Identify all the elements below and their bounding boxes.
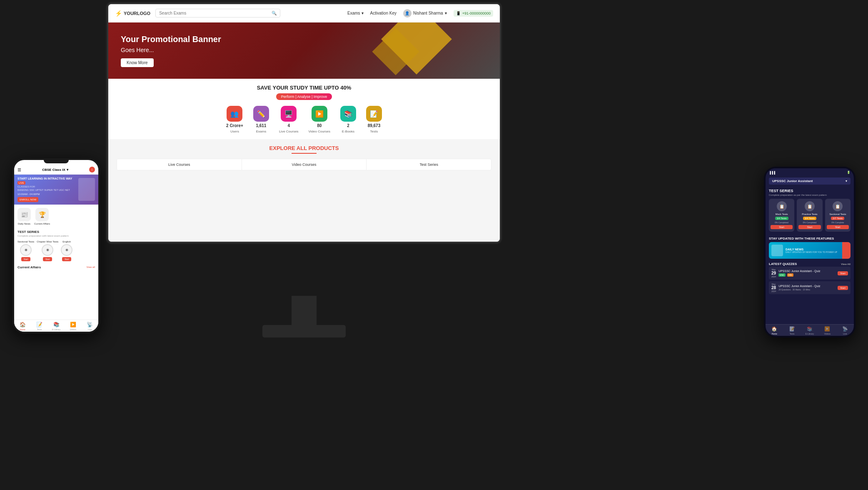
sectional-tests-item[interactable]: Sectional Tests ◉ Start bbox=[17, 240, 34, 261]
home-icon: 🏠 bbox=[20, 322, 26, 328]
sectional-tests-badge: 2/7 Tests bbox=[831, 217, 844, 220]
quick-access-daily-news[interactable]: 📰 Daily News bbox=[17, 208, 31, 225]
search-bar[interactable]: 🔍 bbox=[155, 9, 280, 18]
quiz-2-meta: 20 Questions · 30 Marks · 15 Mins bbox=[778, 288, 835, 291]
exams-label: Exams bbox=[347, 11, 360, 15]
notification-badge[interactable]: ! bbox=[89, 167, 95, 172]
left-phone-bottom-nav: 🏠 Home 📝 Tests 📚 E-Library ▶️ Videos 📡 L… bbox=[14, 320, 98, 332]
monitor-base bbox=[262, 325, 346, 338]
mock-tests-icon: 📋 bbox=[777, 201, 787, 211]
tests-value: 89,673 bbox=[368, 123, 381, 128]
chapter-wise-tests-item[interactable]: Chapter Wise Tests ◉ Start bbox=[37, 240, 58, 261]
nav-home[interactable]: 🏠 Home bbox=[14, 322, 31, 331]
phone-banner-details: CLASSES FOR BANKING SSC UPTET SUPER TET … bbox=[17, 185, 76, 192]
banner-headline: Your Promotional Banner bbox=[121, 35, 221, 44]
user-name: Nishant Sharma bbox=[413, 11, 443, 15]
users-value: 2 Crore+ bbox=[226, 123, 243, 128]
live-courses-icon-box: 🖥️ bbox=[281, 106, 297, 122]
rph-nav-home[interactable]: 🏠 Home bbox=[766, 326, 783, 335]
sectional-tests-card[interactable]: 📋 Sectional Tests 2/7 Tests 0% Complete … bbox=[825, 199, 851, 232]
daily-news-text: DAILY NEWS DAILY UPDATES OF NEWS FOR YOU… bbox=[786, 248, 848, 253]
quiz-2-start-button[interactable]: Start bbox=[838, 286, 848, 290]
exams-nav-item[interactable]: Exams ▾ bbox=[347, 11, 364, 15]
quiz-1-meta: ENG HIN bbox=[778, 273, 835, 277]
latest-quizzes-title: LATEST QUIZZES bbox=[769, 262, 797, 266]
nav-live[interactable]: 📡 Live bbox=[82, 322, 98, 331]
right-phone-screen: ▐▐▐ 🔋 UPSSSC Junior Assistant ▾ TEST SER… bbox=[766, 168, 854, 336]
enroll-button[interactable]: ENROLL NOW bbox=[17, 197, 38, 202]
chapter-wise-start-button[interactable]: Start bbox=[43, 257, 52, 261]
view-all-link[interactable]: View all bbox=[86, 266, 95, 268]
nav-right: Exams ▾ Activation Key 👤 Nishant Sharma … bbox=[347, 9, 493, 18]
english-tests-label: English bbox=[62, 240, 71, 243]
videos-icon: ▶️ bbox=[70, 322, 76, 328]
stat-ebooks: 📚 2 E-Books bbox=[340, 106, 356, 133]
english-start-button[interactable]: Start bbox=[62, 257, 72, 261]
banner-cta-button[interactable]: Know More bbox=[121, 58, 154, 67]
mock-tests-progress: 0% Completed bbox=[771, 221, 793, 224]
logo-icon: ⚡ bbox=[115, 10, 122, 17]
quiz-1-date: May 29 2024 bbox=[771, 268, 776, 278]
user-chevron-icon: ▾ bbox=[445, 11, 447, 15]
practice-tests-card[interactable]: 📋 Practice Tests 3/4 Tests 0% Completed … bbox=[797, 199, 822, 232]
quiz-item-2[interactable]: May 28 2024 UPSSSC Junior Assistant - Qu… bbox=[769, 281, 851, 294]
current-affairs-icon: 🏆 bbox=[35, 208, 49, 221]
practice-tests-start-button[interactable]: Start bbox=[798, 225, 821, 229]
nav-library[interactable]: 📚 E-Library bbox=[48, 322, 65, 331]
rph-live-icon: 📡 bbox=[842, 326, 848, 332]
video-courses-label: Video Courses bbox=[309, 130, 330, 133]
sectional-tests-icon-right: 📋 bbox=[833, 201, 843, 211]
phone-number: +91-0000000000 bbox=[462, 11, 491, 15]
products-title: EXPLORE ALL PRODUCTS bbox=[117, 145, 491, 151]
stay-updated-label: STAY UPDATED WITH THESE FEATURES bbox=[766, 235, 854, 242]
exam-selector[interactable]: UPSSSC Junior Assistant ▾ bbox=[769, 178, 851, 185]
nav-tests[interactable]: 📝 Tests bbox=[31, 322, 47, 331]
tab-live-courses[interactable]: Live Courses bbox=[117, 159, 242, 170]
tab-test-series[interactable]: Test Series bbox=[367, 159, 491, 170]
sectional-start-button[interactable]: Start bbox=[21, 257, 31, 261]
rph-tests-label: Tests bbox=[790, 332, 795, 335]
menu-icon[interactable]: ☰ bbox=[17, 168, 21, 172]
sectional-tests-start-button[interactable]: Start bbox=[827, 225, 849, 229]
library-icon: 📚 bbox=[53, 322, 60, 328]
rph-nav-videos[interactable]: ▶️ Videos bbox=[818, 326, 836, 335]
live-courses-value: 4 bbox=[287, 123, 290, 128]
right-phone-bottom-nav: 🏠 Home 📝 Tests 📚 E-Library ▶️ Videos 📡 L… bbox=[766, 324, 854, 336]
phone-banner-image bbox=[78, 178, 95, 201]
user-menu[interactable]: 👤 Nishant Sharma ▾ bbox=[403, 9, 447, 18]
rph-nav-tests[interactable]: 📝 Tests bbox=[783, 326, 801, 335]
ebooks-label: E-Books bbox=[342, 130, 354, 133]
tab-video-courses[interactable]: Video Courses bbox=[242, 159, 367, 170]
activation-key-link[interactable]: Activation Key bbox=[370, 11, 397, 15]
chapter-wise-label: Chapter Wise Tests bbox=[37, 240, 58, 243]
test-series-subtitle: Complete preparation with latest exam pa… bbox=[14, 235, 98, 239]
test-types-row: Sectional Tests ◉ Start Chapter Wise Tes… bbox=[14, 239, 98, 264]
quiz-item-1[interactable]: May 29 2024 UPSSSC Junior Assistant - Qu… bbox=[769, 267, 851, 280]
rph-home-icon: 🏠 bbox=[771, 326, 777, 332]
quiz-2-day: 28 bbox=[771, 285, 776, 290]
home-nav-label: Home bbox=[20, 328, 25, 331]
quick-access-current-affairs[interactable]: 🏆 Current Affairs bbox=[34, 208, 50, 225]
quiz-1-badge-hin: HIN bbox=[787, 273, 793, 277]
mock-tests-start-button[interactable]: Start bbox=[771, 225, 793, 229]
daily-news-banner[interactable]: DAILY NEWS DAILY UPDATES OF NEWS FOR YOU… bbox=[769, 242, 851, 259]
quizzes-view-all[interactable]: View All bbox=[841, 263, 851, 265]
phone-banner-time: 10:00AM - 04:00PM bbox=[17, 193, 76, 195]
search-input[interactable] bbox=[159, 11, 269, 15]
current-affairs-label: Current Affairs bbox=[34, 222, 50, 225]
daily-news-label: Daily News bbox=[18, 222, 30, 225]
phone-promo-banner: START LEARNING IN INTRACTIVE WAY LIVE CL… bbox=[14, 175, 98, 205]
rph-nav-library[interactable]: 📚 E-Library bbox=[801, 326, 818, 335]
monitor: ⚡ YOURLOGO 🔍 Exams ▾ Activation Key 👤 Ni bbox=[108, 4, 500, 346]
english-tests-item[interactable]: English ◉ Start bbox=[61, 240, 72, 261]
nav-videos[interactable]: ▶️ Videos bbox=[65, 322, 81, 331]
mock-tests-card[interactable]: 📋 Mock Tests 3/4 Tests 0% Completed Star… bbox=[769, 199, 794, 232]
stats-section: SAVE YOUR STUDY TIME UPTO 40% Perform | … bbox=[108, 79, 500, 139]
exams-label: Exams bbox=[256, 130, 266, 133]
users-label: Users bbox=[230, 130, 239, 133]
quiz-1-start-button[interactable]: Start bbox=[838, 271, 848, 275]
library-nav-label: E-Library bbox=[52, 328, 60, 331]
rph-nav-live[interactable]: 📡 Live bbox=[836, 326, 854, 335]
user-avatar: 👤 bbox=[403, 9, 412, 18]
left-phone-screen: ☰ CBSE Class IX ▾ ! START LEARNING IN IN… bbox=[14, 160, 98, 332]
